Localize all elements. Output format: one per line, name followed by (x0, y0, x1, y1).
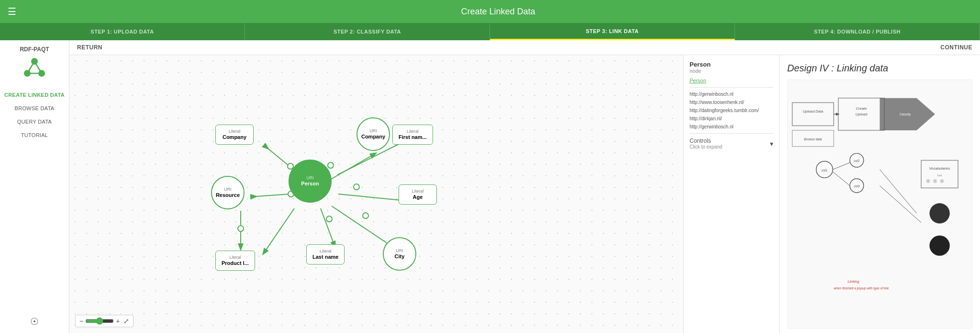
sidebar-item-create[interactable]: CREATE LINKED DATA (0, 88, 69, 102)
svg-line-9 (256, 194, 290, 196)
svg-text:Create: Create (856, 106, 867, 111)
step-4[interactable]: STEP 4: DOWNLOAD / PUBLISH (735, 23, 980, 40)
zoom-slider[interactable] (85, 317, 114, 325)
chevron-down-icon: ▾ (770, 140, 773, 148)
sidebar-item-tutorial[interactable]: TUTORIAL (0, 128, 69, 142)
content-area: RETURN CONTINUE (69, 40, 980, 333)
return-button[interactable]: RETURN (77, 44, 102, 51)
node-literal-product[interactable]: Literal Product l... (215, 251, 255, 271)
svg-text:foaf: foaf (937, 174, 942, 177)
node-literal-firstname-type: Literal (407, 129, 419, 134)
node-literal-firstname[interactable]: Literal First nam... (392, 125, 433, 145)
graph-canvas[interactable]: URI Person Literal Company URI Company (69, 55, 683, 333)
svg-line-11 (321, 208, 335, 247)
node-uri-resource-type: URI (224, 187, 232, 192)
sketch-image-area: Upload Data Create Upload Classify Brows… (787, 80, 972, 329)
node-literal-company[interactable]: Literal Company (215, 125, 254, 145)
node-literal-lastname-type: Literal (320, 249, 332, 254)
panel-person-link[interactable]: Person (690, 78, 773, 83)
svg-line-4 (34, 61, 42, 73)
node-uri-resource-label: Resource (216, 192, 240, 198)
node-uri-person-type: URI (306, 175, 314, 181)
node-uri-city-label: City (395, 253, 405, 260)
panel-divider-1 (690, 87, 773, 88)
graph-panel-area: URI Person Literal Company URI Company (69, 55, 980, 333)
svg-point-45 (929, 203, 949, 223)
step-2[interactable]: STEP 2: CLASSIFY DATA (245, 23, 490, 40)
header-title: Create Linked Data (24, 7, 972, 17)
sketch-svg: Upload Data Create Upload Classify Brows… (788, 80, 972, 328)
action-bar: RETURN CONTINUE (69, 40, 980, 55)
sidebar-item-browse[interactable]: BROWSE DATA (0, 102, 69, 115)
controls-text: Controls Click to expand (690, 138, 722, 149)
node-uri-person[interactable]: URI Person (289, 160, 332, 203)
sidebar-logo-text: RDF-PAQT (20, 46, 49, 53)
node-uri-resource[interactable]: URI Resource (211, 176, 245, 209)
panel-subtitle: node (690, 68, 773, 74)
svg-point-44 (940, 179, 944, 183)
panel-divider-2 (690, 133, 773, 134)
panel-url-3[interactable]: http://dirkjan.nl/ (690, 116, 773, 121)
step-1[interactable]: STEP 1: UPLOAD DATA (0, 23, 245, 40)
continue-button[interactable]: CONTINUE (940, 44, 972, 51)
node-uri-city[interactable]: URI City (383, 237, 416, 271)
sidebar-nav: CREATE LINKED DATA BROWSE DATA QUERY DAT… (0, 88, 69, 142)
sidebar-logo-icon (22, 57, 46, 80)
sidebar-bottom: ☉ (24, 310, 45, 333)
svg-text:col1: col1 (822, 169, 828, 172)
svg-point-17 (354, 184, 359, 190)
svg-point-43 (933, 179, 937, 183)
sidebar: RDF-PAQT CREATE LINKED DATA BROWSE DATA … (0, 40, 69, 333)
node-literal-age-type: Literal (412, 189, 424, 194)
node-literal-age-label: Age (413, 194, 423, 200)
svg-text:Classify: Classify (900, 113, 911, 116)
main-layout: RDF-PAQT CREATE LINKED DATA BROWSE DATA … (0, 40, 980, 333)
zoom-in-button[interactable]: + (116, 317, 120, 325)
svg-text:Linking: Linking (847, 279, 859, 284)
node-literal-product-label: Product l... (222, 260, 249, 266)
zoom-expand-button[interactable]: ⤢ (123, 317, 129, 325)
svg-line-49 (880, 170, 917, 213)
panel-url-0[interactable]: http://gerwinbosch.nl (690, 92, 773, 97)
svg-text:Upload: Upload (856, 112, 868, 116)
top-header: ☰ Create Linked Data (0, 0, 980, 23)
svg-line-37 (833, 162, 850, 169)
node-literal-company-label: Company (223, 134, 246, 140)
panel-url-1[interactable]: http://www.toosenhenk.nl/ (690, 100, 773, 105)
sidebar-item-query[interactable]: QUERY DATA (0, 115, 69, 128)
arrows-svg (69, 55, 683, 333)
controls-label: Controls (690, 138, 722, 144)
hamburger-icon[interactable]: ☰ (8, 6, 16, 17)
svg-point-42 (926, 179, 930, 183)
node-literal-product-type: Literal (229, 255, 241, 260)
sketch-panel: Design IV : Linking data Upload Data Cre… (779, 55, 980, 333)
step-3[interactable]: STEP 3: LINK DATA (490, 23, 735, 40)
controls-sublabel: Click to expand (690, 144, 722, 149)
steps-bar: STEP 1: UPLOAD DATA STEP 2: CLASSIFY DAT… (0, 23, 980, 40)
svg-text:col2: col2 (854, 159, 860, 162)
svg-line-13 (263, 208, 294, 254)
svg-rect-22 (792, 103, 834, 126)
node-literal-age[interactable]: Literal Age (399, 184, 437, 205)
sketch-title: Design IV : Linking data (787, 63, 972, 74)
zoom-controls: − + ⤢ (75, 315, 134, 327)
zoom-out-button[interactable]: − (79, 317, 83, 325)
node-uri-person-label: Person (301, 181, 319, 187)
node-uri-city-type: URI (396, 248, 403, 253)
node-literal-firstname-label: First nam... (399, 134, 427, 140)
github-icon[interactable]: ☉ (30, 316, 39, 327)
svg-text:Browse data: Browse data (804, 138, 822, 141)
svg-text:col3: col3 (854, 184, 860, 188)
panel-url-4[interactable]: http://gerwinbosch.nl (690, 124, 773, 129)
svg-line-3 (27, 61, 34, 73)
node-literal-lastname[interactable]: Literal Last name (306, 244, 345, 264)
svg-text:Upload Data: Upload Data (803, 109, 824, 114)
panel-title: Person (690, 61, 773, 68)
node-uri-company-type: URI (369, 128, 377, 134)
svg-point-46 (929, 235, 949, 255)
panel-url-2[interactable]: http://datingforgeeks.tumblr.com/ (690, 108, 773, 113)
node-uri-company[interactable]: URI Company (356, 117, 390, 151)
svg-text:Vocabularies: Vocabularies (929, 166, 950, 171)
controls-row[interactable]: Controls Click to expand ▾ (690, 138, 773, 149)
node-literal-lastname-label: Last name (312, 254, 338, 260)
